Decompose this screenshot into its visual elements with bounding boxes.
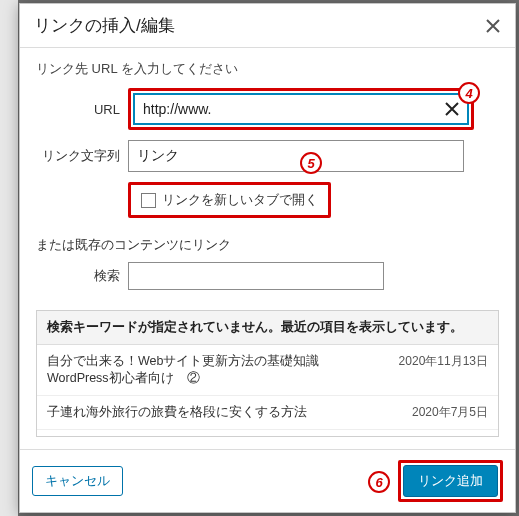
newtab-label: リンクを新しいタブで開く [162, 191, 318, 209]
result-item[interactable]: 自分で出来る！Webサイト更新方法の基礎知識 WordPress初心者向け ② … [37, 345, 498, 396]
annotation-highlight-url [128, 88, 474, 130]
results-header: 検索キーワードが指定されていません。最近の項目を表示しています。 [37, 311, 498, 345]
close-button[interactable] [485, 18, 501, 34]
result-item[interactable]: 子連れ海外旅行の旅費を格段に安くする方法 2020年7月5日 [37, 396, 498, 430]
result-title: 子連れ海外旅行の旅費を格段に安くする方法 [47, 404, 404, 421]
result-item[interactable]: レンタバイクにサーフボードキャリアを付けてみた・・・ 2020年7月5日 [37, 430, 498, 436]
search-row: 検索 [36, 262, 499, 290]
url-input-wrap [133, 93, 469, 125]
linktext-label: リンク文字列 [36, 147, 128, 165]
cancel-button[interactable]: キャンセル [32, 466, 123, 496]
dialog-footer: キャンセル リンク追加 [20, 449, 515, 512]
linktext-input[interactable] [128, 140, 464, 172]
add-link-button[interactable]: リンク追加 [403, 465, 498, 497]
newtab-checkbox-wrap[interactable]: リンクを新しいタブで開く [133, 187, 326, 213]
annotation-highlight-submit: リンク追加 [398, 460, 503, 502]
result-title: 自分で出来る！Webサイト更新方法の基礎知識 WordPress初心者向け ② [47, 353, 391, 387]
clear-url-button[interactable] [445, 102, 459, 116]
annotation-badge-4: 4 [458, 82, 480, 104]
link-dialog: リンクの挿入/編集 リンク先 URL を入力してください URL リンク文字列 [19, 3, 516, 513]
results-panel: 検索キーワードが指定されていません。最近の項目を表示しています。 自分で出来る！… [36, 310, 499, 437]
results-scroll[interactable]: 検索キーワードが指定されていません。最近の項目を表示しています。 自分で出来る！… [37, 311, 498, 436]
close-icon [485, 18, 501, 34]
linktext-row: リンク文字列 [36, 140, 499, 172]
dialog-title: リンクの挿入/編集 [34, 14, 175, 37]
existing-content-label: または既存のコンテンツにリンク [36, 236, 499, 254]
clear-icon [445, 102, 459, 116]
dialog-body: リンク先 URL を入力してください URL リンク文字列 リ [20, 48, 515, 449]
url-input[interactable] [133, 93, 469, 125]
url-label: URL [36, 102, 128, 117]
url-row: URL [36, 88, 499, 130]
annotation-badge-6: 6 [368, 471, 390, 493]
search-label: 検索 [36, 267, 128, 285]
result-date: 2020年11月13日 [399, 353, 488, 370]
newtab-checkbox[interactable] [141, 193, 156, 208]
search-input[interactable] [128, 262, 384, 290]
dialog-header: リンクの挿入/編集 [20, 4, 515, 48]
instruction-text: リンク先 URL を入力してください [36, 60, 499, 78]
result-date: 2020年7月5日 [412, 404, 488, 421]
newtab-row: リンクを新しいタブで開く [36, 182, 499, 218]
annotation-highlight-newtab: リンクを新しいタブで開く [128, 182, 331, 218]
annotation-badge-5: 5 [300, 152, 322, 174]
